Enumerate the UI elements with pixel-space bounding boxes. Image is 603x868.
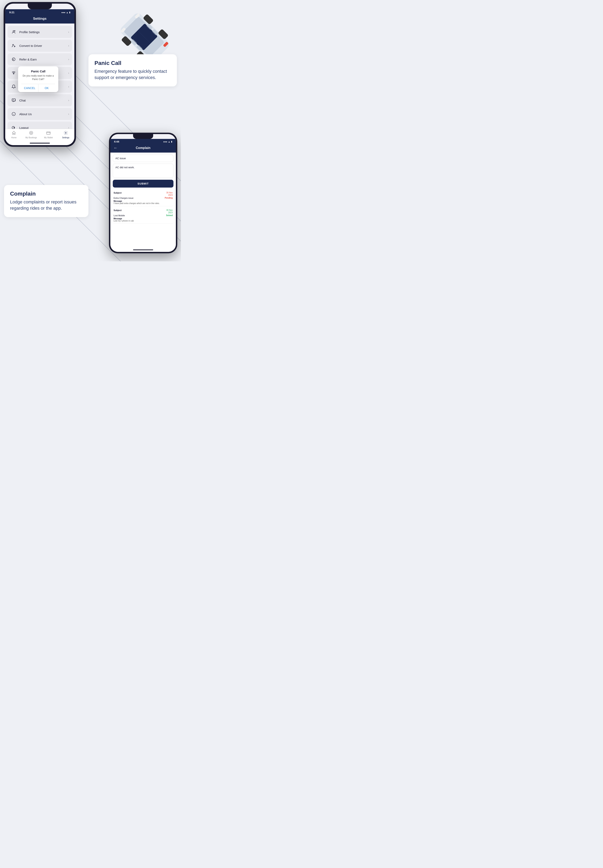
message-label-1: Message	[114, 200, 173, 202]
nav-bookings[interactable]: My Bookings	[23, 131, 40, 139]
profile-settings-icon	[11, 29, 17, 35]
phone-notch-2	[133, 134, 153, 139]
status-bar-2: 4:44 ●●● ▲ ▮	[110, 139, 176, 144]
settings-item-profile[interactable]: Profile Settings ›	[8, 26, 72, 38]
settings-item-logout[interactable]: Logout ›	[8, 122, 72, 129]
subject-input-display[interactable]: AC issue	[113, 155, 173, 162]
subject-label-2: Subject	[114, 209, 122, 214]
settings-item-convert[interactable]: Convert to Driver ›	[8, 40, 72, 52]
complain-header: ← Complain	[110, 144, 176, 153]
complain-title: Complain	[10, 190, 82, 197]
refer-earn-icon: $	[11, 56, 17, 62]
settings-icon	[63, 131, 68, 136]
svg-point-20	[29, 131, 33, 135]
complaint-message-text-2: Lost my I phone in cab	[114, 220, 173, 222]
status-icons: ●●● ▲ ▮	[61, 11, 70, 14]
complaint-item-2: Subject 30 Nov2023 Lost Mobile Solved Me…	[113, 207, 173, 224]
complaint-subject-value-1: Extra Charges issue	[114, 197, 133, 199]
home-nav-label: Home	[11, 136, 17, 139]
complain-desc: Lodge complaints or report issues regard…	[10, 199, 82, 212]
bottom-nav: Home My Bookings	[5, 129, 74, 141]
svg-rect-22	[46, 132, 50, 135]
panic-call-title: Panic Call	[94, 60, 171, 67]
complain-feature-box: Complain Lodge complaints or report issu…	[4, 185, 88, 217]
settings-item-refer[interactable]: $ Refer & Earn ›	[8, 53, 72, 65]
chevron-icon: ›	[68, 126, 69, 129]
message-textarea-display[interactable]: AC did not work.	[113, 164, 173, 178]
wifi-icon-2: ▲	[168, 141, 170, 143]
complaint-status-1: Pending	[165, 197, 173, 199]
about-icon	[11, 111, 17, 117]
svg-point-21	[30, 132, 32, 133]
logout-label: Logout	[19, 126, 68, 129]
logout-icon	[11, 124, 17, 129]
svg-point-8	[13, 45, 14, 46]
svg-text:$: $	[13, 59, 14, 60]
home-icon	[12, 131, 16, 136]
chevron-icon: ›	[68, 58, 69, 61]
home-indicator	[5, 141, 74, 145]
panic-call-desc: Emergency feature to quickly contact sup…	[94, 68, 171, 81]
svg-point-11	[13, 73, 14, 74]
dialog-message: Do you really want to make a Panic Call?	[21, 74, 55, 81]
complaint-item-1: Subject 30 Nov2023 Extra Charges issue P…	[113, 190, 173, 206]
complaint-date-1: 30 Nov2023	[166, 192, 173, 196]
panic-dialog: Panic Call Do you really want to make a …	[18, 67, 58, 92]
wifi-icon: ▲	[66, 11, 68, 14]
battery-icon: ▮	[69, 11, 70, 14]
nav-home[interactable]: Home	[5, 131, 23, 139]
settings-nav-label: Settings	[62, 136, 70, 139]
subject-label-1: Subject	[114, 192, 122, 196]
about-label: About Us	[19, 112, 68, 116]
convert-driver-label: Convert to Driver	[19, 44, 68, 48]
wallet-icon	[46, 131, 51, 136]
settings-item-chat[interactable]: Chat ›	[8, 94, 72, 106]
status-icons-2: ●●● ▲ ▮	[163, 140, 172, 143]
status-time: 9:21	[9, 11, 14, 14]
complaint-subject-value-2: Lost Mobile	[114, 214, 125, 217]
bookings-icon	[29, 131, 33, 136]
panic-call-feature-box: Panic Call Emergency feature to quickly …	[88, 54, 177, 87]
svg-point-6	[13, 31, 14, 32]
chevron-icon: ›	[68, 99, 69, 102]
status-bar: 9:21 ●●● ▲ ▮	[5, 9, 74, 15]
settings-item-about[interactable]: About Us ›	[8, 108, 72, 120]
complaint-message-text-1: I have paid extra charges which are not …	[114, 202, 173, 204]
signal-icon-2: ●●●	[163, 141, 167, 143]
phone-notch	[28, 4, 52, 9]
dialog-buttons: CANCEL OK	[21, 84, 55, 92]
convert-driver-icon	[11, 42, 17, 49]
app-header: Settings	[5, 15, 74, 23]
chevron-icon: ›	[68, 44, 69, 47]
refer-earn-label: Refer & Earn	[19, 58, 68, 61]
svg-point-23	[65, 132, 66, 133]
chevron-icon: ›	[68, 85, 69, 88]
chevron-icon: ›	[68, 71, 69, 74]
ok-button[interactable]: OK	[39, 84, 55, 92]
chat-label: Chat	[19, 99, 68, 102]
complain-body: AC issue AC did not work. SUBMIT Subject…	[110, 153, 176, 248]
home-indicator-2	[110, 248, 176, 252]
nav-settings[interactable]: Settings	[57, 131, 74, 139]
complain-phone: 4:44 ●●● ▲ ▮ ← Complain AC issue AC did …	[109, 133, 177, 253]
header-title: Settings	[8, 17, 71, 21]
complain-header-title: Complain	[120, 146, 166, 150]
back-arrow-icon[interactable]: ←	[114, 145, 118, 150]
cancel-button[interactable]: CANCEL	[21, 84, 39, 92]
svg-rect-12	[12, 99, 15, 101]
car-image	[125, 4, 165, 36]
profile-settings-label: Profile Settings	[19, 30, 68, 34]
dialog-title: Panic Call	[21, 70, 55, 73]
battery-icon-2: ▮	[171, 140, 172, 143]
chevron-icon: ›	[68, 30, 69, 34]
submit-button[interactable]: SUBMIT	[113, 180, 173, 187]
nav-wallet[interactable]: My Wallet	[40, 131, 57, 139]
wallet-nav-label: My Wallet	[44, 136, 53, 139]
message-label-2: Message	[114, 218, 173, 220]
complaint-status-2: Solved	[166, 214, 173, 217]
chat-icon	[11, 97, 17, 104]
signal-icon: ●●●	[61, 11, 65, 14]
complaint-date-2: 30 Nov2023	[166, 209, 173, 214]
sos-icon	[11, 70, 17, 76]
status-time-2: 4:44	[114, 140, 119, 143]
